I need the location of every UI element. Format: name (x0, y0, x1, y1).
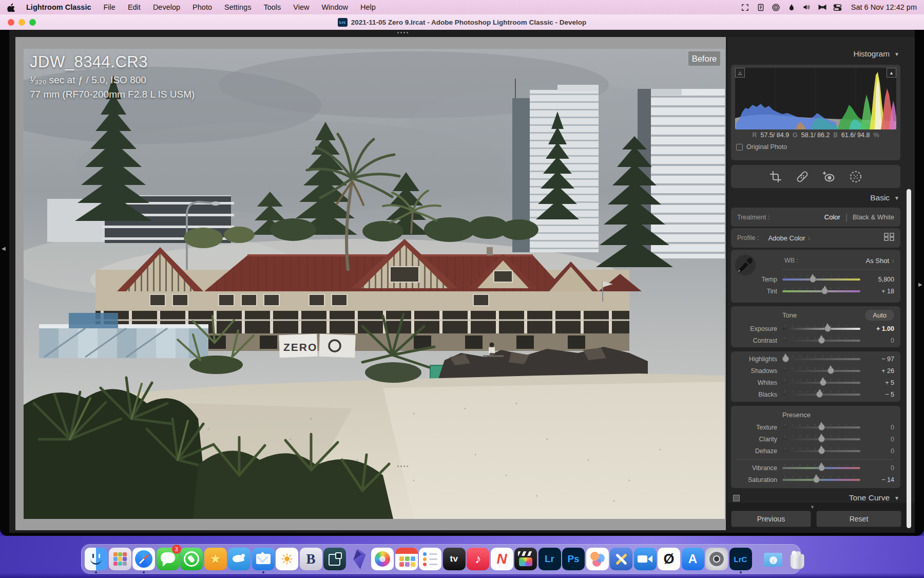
exposure-value[interactable]: + 1.00 (860, 325, 900, 332)
highlights-slider-thumb[interactable] (782, 356, 789, 362)
contrast-slider-track[interactable] (782, 340, 860, 342)
blacks-value[interactable]: − 5 (860, 391, 900, 398)
dock-icon-downloads[interactable] (762, 546, 784, 572)
profile-value[interactable]: Adobe Color (768, 234, 805, 242)
dock-icon-appletv[interactable]: tv (443, 546, 466, 572)
dock-icon-trash[interactable] (785, 546, 808, 572)
right-panel-reveal-arrow[interactable]: ▶ (918, 282, 922, 287)
healing-tool-icon[interactable] (795, 170, 810, 184)
bottom-panel-grip[interactable] (397, 465, 408, 467)
shadow-clipping-indicator[interactable]: △ (735, 68, 745, 78)
profile-stepper-icon[interactable]: ↕ (808, 235, 811, 241)
saturation-value[interactable]: − 14 (860, 476, 900, 483)
texture-slider-thumb[interactable] (818, 424, 825, 431)
dehaze-slider-thumb[interactable] (818, 448, 825, 454)
wb-stepper-icon[interactable]: ↕ (892, 258, 894, 264)
temp-slider-track[interactable] (782, 278, 860, 281)
expand-icon[interactable] (740, 3, 750, 12)
menu-file[interactable]: File (98, 3, 122, 11)
shadows-value[interactable]: + 26 (860, 367, 900, 375)
dehaze-value[interactable]: 0 (860, 448, 900, 455)
tint-slider-thumb[interactable] (821, 288, 828, 294)
shadows-slider-track[interactable] (782, 370, 860, 372)
tint-slider-track[interactable] (782, 290, 860, 292)
dock-icon-mail[interactable] (252, 546, 275, 572)
droplet-icon[interactable] (786, 3, 797, 12)
dock-icon-starchat[interactable]: ★ (204, 546, 227, 572)
masking-tool-icon[interactable] (849, 170, 863, 184)
zoom-window-button[interactable] (29, 19, 36, 26)
apple-menu-icon[interactable] (7, 3, 15, 12)
volume-icon[interactable] (802, 3, 812, 12)
exposure-slider-track[interactable] (782, 328, 860, 330)
dock-icon-photomator[interactable] (586, 546, 609, 572)
menu-clock[interactable]: Sat 6 Nov 12:42 pm (851, 3, 917, 11)
dock-icon-bbedit[interactable]: B (300, 546, 322, 572)
menu-help[interactable]: Help (354, 3, 382, 11)
dock-icon-photos[interactable] (371, 546, 394, 572)
dock-icon-whatsapp[interactable] (180, 546, 203, 572)
dock-icon-screens[interactable] (323, 546, 346, 572)
dock-icon-settings[interactable] (705, 546, 728, 572)
vibrance-slider-track[interactable] (782, 467, 860, 469)
dock-icon-tools[interactable] (610, 546, 632, 572)
panel-scrollbar[interactable] (907, 189, 911, 528)
contrast-slider-thumb[interactable] (818, 337, 825, 344)
saturation-slider-track[interactable] (782, 479, 860, 481)
basic-panel-header[interactable]: Basic▼ (731, 193, 900, 202)
texture-slider-track[interactable] (782, 426, 860, 428)
dock-icon-twitter[interactable] (228, 546, 251, 572)
menu-develop[interactable]: Develop (147, 3, 186, 11)
histogram-graph[interactable] (735, 68, 896, 129)
dock-icon-facetime[interactable] (634, 546, 657, 572)
menu-app-name[interactable]: Lightroom Classic (20, 3, 98, 11)
dock-icon-calendar[interactable] (395, 546, 418, 572)
control-center-icon[interactable] (833, 3, 843, 12)
temp-value[interactable]: 5,800 (860, 276, 900, 283)
highlight-clipping-indicator[interactable]: ▲ (887, 68, 896, 78)
shadows-slider-thumb[interactable] (827, 367, 834, 374)
dock-icon-sunburst[interactable]: ☀ (276, 546, 298, 572)
whites-slider-track[interactable] (782, 382, 860, 384)
close-window-button[interactable] (8, 19, 14, 26)
photo-preview[interactable]: ZERO (24, 49, 725, 519)
blacks-slider-track[interactable] (782, 394, 860, 396)
clarity-slider-thumb[interactable] (818, 436, 825, 442)
menu-photo[interactable]: Photo (186, 3, 218, 11)
histogram-panel-header[interactable]: Histogram▼ (731, 49, 900, 59)
menu-view[interactable]: View (287, 3, 315, 11)
vibrance-value[interactable]: 0 (860, 464, 900, 472)
previous-button[interactable]: Previous (731, 511, 811, 527)
vibrance-slider-thumb[interactable] (818, 464, 825, 471)
bowtie-icon[interactable] (817, 3, 827, 12)
exposure-slider-thumb[interactable] (824, 325, 831, 332)
dock-icon-safari[interactable] (132, 546, 155, 572)
highlights-value[interactable]: − 97 (860, 356, 900, 363)
dock-icon-oslash[interactable]: Ø (658, 546, 680, 572)
crop-tool-icon[interactable] (768, 170, 783, 184)
menu-edit[interactable]: Edit (122, 3, 147, 11)
auto-button[interactable]: Auto (865, 310, 894, 321)
profile-browser-icon[interactable] (884, 233, 894, 243)
dock-icon-finalcut[interactable] (514, 546, 537, 572)
menu-window[interactable]: Window (315, 3, 354, 11)
dock-icon-launchpad[interactable] (109, 546, 131, 572)
whites-slider-thumb[interactable] (820, 379, 826, 386)
highlights-slider-track[interactable] (782, 358, 860, 360)
redeye-tool-icon[interactable] (822, 170, 836, 184)
clarity-value[interactable]: 0 (860, 436, 900, 443)
treatment-color-option[interactable]: Color (824, 213, 840, 221)
dock-icon-reminders[interactable] (419, 546, 441, 572)
tint-value[interactable]: + 18 (860, 288, 900, 295)
original-photo-checkbox[interactable] (736, 144, 743, 151)
dock-icon-crystal[interactable] (348, 546, 370, 572)
blacks-slider-thumb[interactable] (816, 391, 823, 398)
dock-icon-music[interactable]: ♪ (467, 546, 489, 572)
dock-icon-finder[interactable] (85, 546, 107, 572)
minimize-window-button[interactable] (18, 19, 25, 26)
contrast-value[interactable]: 0 (860, 337, 900, 344)
temp-slider-thumb[interactable] (810, 276, 816, 283)
texture-value[interactable]: 0 (860, 424, 900, 431)
dock-icon-appstore[interactable]: A (682, 546, 704, 572)
menu-settings[interactable]: Settings (218, 3, 257, 11)
